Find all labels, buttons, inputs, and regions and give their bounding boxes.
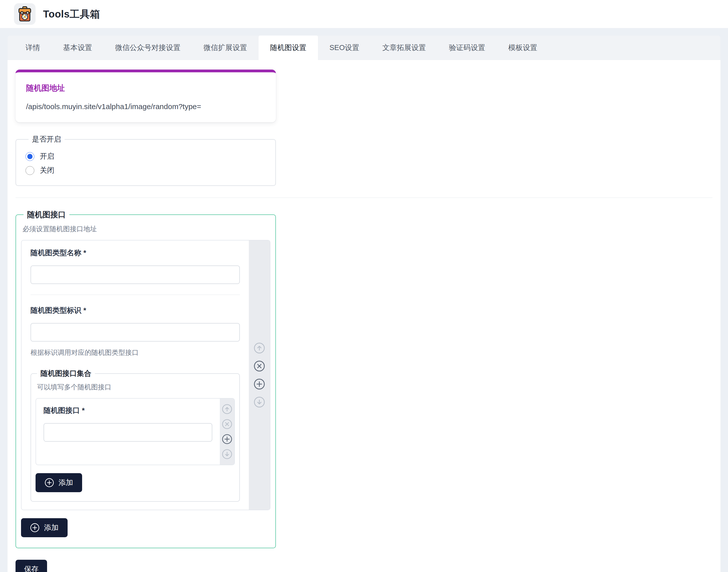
field-divider xyxy=(30,294,240,295)
x-circle-icon xyxy=(222,419,232,429)
entry-label: 随机图接口 * xyxy=(44,406,212,416)
collection-fieldset: 随机图接口集合 可以填写多个随机图接口 随机图接口 * xyxy=(30,369,240,502)
settings-tab-bar: 详情 基本设置 微信公众号对接设置 微信扩展设置 随机图设置 SEO设置 文章拓… xyxy=(7,35,721,60)
remove-entry-button[interactable] xyxy=(222,419,232,429)
interface-help-text: 必须设置随机图接口地址 xyxy=(22,224,270,233)
tab-random-image-settings[interactable]: 随机图设置 xyxy=(259,35,318,60)
save-button-label: 保存 xyxy=(24,564,39,572)
collection-entry-card: 随机图接口 * xyxy=(36,398,235,465)
arrow-down-circle-icon xyxy=(254,396,265,408)
move-down-button[interactable] xyxy=(222,449,232,459)
tab-details[interactable]: 详情 xyxy=(14,35,52,60)
add-collection-entry-button[interactable]: 添加 xyxy=(36,473,82,492)
type-slug-input[interactable] xyxy=(30,323,240,342)
collection-entry-controls xyxy=(220,399,234,464)
collection-help-text: 可以填写多个随机图接口 xyxy=(37,382,235,391)
tab-captcha-settings[interactable]: 验证码设置 xyxy=(437,35,497,60)
arrow-up-circle-icon xyxy=(222,404,232,414)
plus-circle-icon xyxy=(30,523,40,532)
add-interface-item-button[interactable]: 添加 xyxy=(21,518,68,537)
save-button[interactable]: 保存 xyxy=(15,560,47,572)
section-divider xyxy=(15,198,713,198)
page-title: Tools工具箱 xyxy=(43,7,100,21)
plus-circle-icon xyxy=(254,378,265,390)
tab-seo-settings[interactable]: SEO设置 xyxy=(318,35,371,60)
tab-template-settings[interactable]: 模板设置 xyxy=(497,35,549,60)
add-item-button[interactable] xyxy=(254,378,265,390)
tab-wechat-mp-settings[interactable]: 微信公众号对接设置 xyxy=(104,35,192,60)
settings-panel: 详情 基本设置 微信公众号对接设置 微信扩展设置 随机图设置 SEO设置 文章拓… xyxy=(7,35,721,572)
type-name-label: 随机图类型名称 * xyxy=(30,248,240,258)
radio-label: 关闭 xyxy=(40,165,54,175)
entry-url-input[interactable] xyxy=(44,423,212,442)
interface-legend: 随机图接口 xyxy=(23,209,69,220)
page: Tools工具箱 详情 基本设置 微信公众号对接设置 微信扩展设置 随机图设置 … xyxy=(0,0,728,572)
radio-label: 开启 xyxy=(40,151,54,161)
arrow-up-circle-icon xyxy=(254,342,265,354)
tab-content: 随机图地址 /apis/tools.muyin.site/v1alpha1/im… xyxy=(7,60,721,572)
radio-option-disable[interactable]: 关闭 xyxy=(25,165,266,175)
remove-item-button[interactable] xyxy=(254,360,265,372)
card-title: 随机图地址 xyxy=(26,83,265,93)
move-up-button[interactable] xyxy=(254,342,265,354)
add-entry-button[interactable] xyxy=(222,434,232,444)
collection-legend: 随机图接口集合 xyxy=(37,369,95,378)
x-circle-icon xyxy=(254,360,265,372)
api-url-text: /apis/tools.muyin.site/v1alpha1/image/ra… xyxy=(26,102,265,111)
interface-item-controls xyxy=(249,240,270,510)
move-up-button[interactable] xyxy=(222,404,232,414)
arrow-down-circle-icon xyxy=(222,449,232,459)
tab-wechat-ext-settings[interactable]: 微信扩展设置 xyxy=(192,35,259,60)
interface-fieldset: 随机图接口 必须设置随机图接口地址 随机图类型名称 * 随机图类型标识 * 根据… xyxy=(15,209,276,548)
tab-article-ext-settings[interactable]: 文章拓展设置 xyxy=(371,35,437,60)
collection-entry-content: 随机图接口 * xyxy=(36,399,220,464)
type-name-input[interactable] xyxy=(30,266,240,284)
plus-circle-icon xyxy=(222,434,232,444)
random-image-address-card: 随机图地址 /apis/tools.muyin.site/v1alpha1/im… xyxy=(15,70,276,122)
move-down-button[interactable] xyxy=(254,396,265,408)
toolbox-icon xyxy=(16,5,34,23)
app-header: Tools工具箱 xyxy=(0,0,728,28)
radio-option-enable[interactable]: 开启 xyxy=(25,151,266,161)
add-button-label: 添加 xyxy=(59,478,73,488)
add-button-label: 添加 xyxy=(44,523,59,533)
tab-basic-settings[interactable]: 基本设置 xyxy=(52,35,104,60)
interface-item-card: 随机图类型名称 * 随机图类型标识 * 根据标识调用对应的随机图类型接口 随机图… xyxy=(21,240,270,510)
type-slug-label: 随机图类型标识 * xyxy=(30,305,240,315)
enable-radio[interactable] xyxy=(25,152,34,161)
plus-circle-icon xyxy=(45,478,54,487)
type-slug-help: 根据标识调用对应的随机图类型接口 xyxy=(30,348,240,357)
app-logo xyxy=(14,3,36,25)
enable-fieldset: 是否开启 开启 关闭 xyxy=(15,134,276,186)
interface-item-content: 随机图类型名称 * 随机图类型标识 * 根据标识调用对应的随机图类型接口 随机图… xyxy=(21,240,249,510)
disable-radio[interactable] xyxy=(25,166,34,175)
enable-legend: 是否开启 xyxy=(28,134,65,144)
